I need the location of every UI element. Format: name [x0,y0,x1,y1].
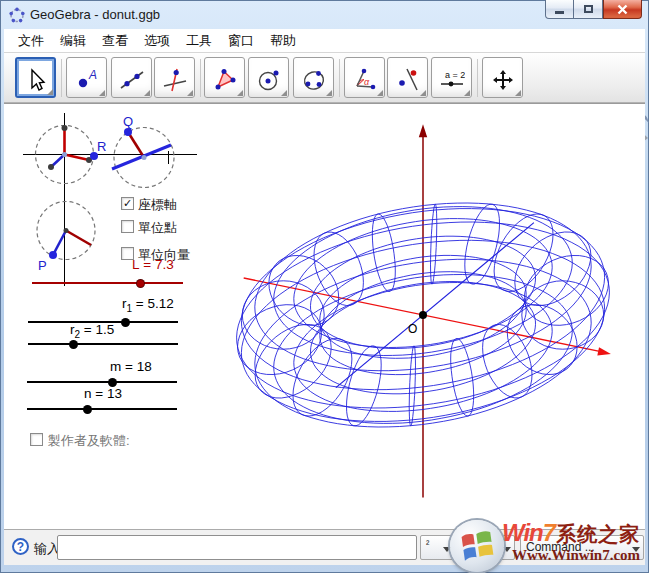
menu-view[interactable]: 查看 [96,30,134,52]
author-checkbox[interactable] [30,433,43,446]
slider-n-label: n = 13 [84,386,122,404]
greek-dropdown-value: α [466,540,473,554]
slider-L-label: L = 7.3 [132,257,174,275]
greek-letter-dropdown[interactable]: α [460,535,515,560]
svg-text:α: α [364,77,370,87]
angle-tool-button[interactable]: α [344,57,385,98]
slider-r1-handle[interactable] [121,318,130,327]
menu-tools[interactable]: 工具 [180,30,218,52]
graphics-view[interactable]: Q R P O ✓ 座標軸 單位點 單位向量 製作者及軟體: L = 7.3 r… [4,103,645,529]
slider-L-handle[interactable] [136,279,145,288]
slider-icon: a = 2 [439,67,465,93]
slider-r2-label: r2 = 1.5 [70,322,114,340]
line-tool-button[interactable] [111,57,152,98]
reflect-icon [395,67,421,93]
unit-point-checkbox[interactable] [121,220,134,233]
polygon-icon [212,67,238,93]
input-help-icon[interactable]: ? [12,538,29,555]
circle-tool-button[interactable] [248,57,289,98]
exponent-dropdown-value: ² [426,538,429,549]
menu-options[interactable]: 选项 [138,30,176,52]
move-view-tool-button[interactable] [482,57,523,98]
circle-icon [256,67,282,93]
window-title: GeoGebra - donut.ggb [30,7,160,22]
menu-edit[interactable]: 编辑 [54,30,92,52]
slider-n-track[interactable] [27,408,177,410]
toolbar: A [4,53,645,103]
title-bar[interactable]: GeoGebra - donut.ggb [0,0,649,29]
menu-bar: 文件 编辑 查看 选项 工具 窗口 帮助 [4,29,645,53]
minimize-icon [555,11,564,14]
chevron-down-icon [632,547,640,552]
cursor-icon [23,67,49,93]
toolbar-separator [477,59,478,97]
command-input[interactable] [57,535,417,560]
chevron-down-icon [443,547,451,552]
menu-help[interactable]: 帮助 [264,30,302,52]
label-Q: Q [123,114,133,129]
chevron-down-icon [503,547,511,552]
slider-tool-button[interactable]: a = 2 [431,57,472,98]
close-button[interactable] [603,0,642,19]
label-O: O [408,322,417,336]
command-dropdown-value: Command ... [526,540,595,554]
svg-text:A: A [88,68,97,82]
perpendicular-icon [162,67,188,93]
graphics-canvas: Q R P O [4,104,645,530]
slider-n-handle[interactable] [83,405,92,414]
toolbar-separator [339,59,340,97]
svg-text:a = 2: a = 2 [445,70,465,80]
slider-m-track[interactable] [27,381,177,383]
command-list-dropdown[interactable]: Command ... [520,535,644,560]
slider-L-track[interactable] [32,282,183,284]
slider-m-label: m = 18 [110,359,152,377]
geogebra-window: GeoGebra - donut.ggb 文件 编辑 查看 选项 工具 窗口 帮… [0,0,649,573]
maximize-icon [584,5,593,13]
toolbar-separator [200,59,201,97]
slider-r1-label: r1 = 5.12 [122,296,174,314]
axes-checkbox-label: 座標軸 [138,196,177,214]
label-R: R [97,139,106,154]
minimize-button[interactable] [545,0,574,19]
move-view-icon [490,67,516,93]
line-icon [119,67,145,93]
close-icon [617,4,628,15]
new-point-tool-button[interactable]: A [66,57,107,98]
exponent-dropdown[interactable]: ² [420,535,455,560]
geogebra-logo-icon [9,7,25,23]
perpendicular-line-tool-button[interactable] [154,57,195,98]
ellipse-icon [301,67,327,93]
slider-r2-handle[interactable] [69,340,78,349]
input-bar: ? 输入: ² α Command ... [4,529,645,565]
label-P: P [38,258,47,273]
point-icon: A [74,67,100,93]
unit-point-checkbox-label: 單位點 [138,219,177,237]
menu-window[interactable]: 窗口 [222,30,260,52]
move-tool-button[interactable] [15,57,56,98]
angle-icon: α [352,67,378,93]
slider-r2-track[interactable] [28,343,178,345]
axes-checkbox[interactable]: ✓ [121,197,134,210]
reflect-tool-button[interactable] [387,57,428,98]
maximize-button[interactable] [574,0,603,19]
checkmark-icon: ✓ [123,197,132,209]
menu-file[interactable]: 文件 [12,30,50,52]
author-checkbox-label: 製作者及軟體: [48,432,130,450]
polygon-tool-button[interactable] [204,57,245,98]
toolbar-separator [61,59,62,97]
conic-tool-button[interactable] [293,57,334,98]
origin-point[interactable] [419,311,427,319]
